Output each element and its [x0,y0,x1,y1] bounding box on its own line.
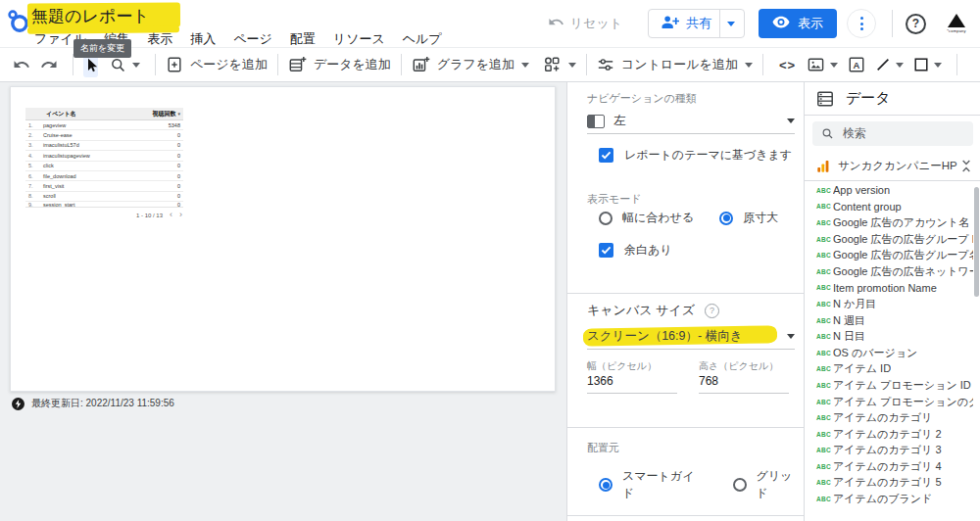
field-label: アイテムのカテゴリ 5 [833,475,942,490]
field-item[interactable]: ABC アイテム プロモーションのクリエ… [805,394,973,410]
dropdown-icon [787,334,795,339]
width-input[interactable]: 1366 [587,374,677,394]
toolbar-divider [155,54,156,75]
edit-toolbar: ページを追加 データを追加 グラフを追加 [0,47,980,82]
search-icon [821,127,834,140]
menu-item[interactable]: ページ [224,28,281,50]
dot [860,23,863,25]
grid-radio[interactable] [733,478,747,492]
sort-desc-icon: ▾ [177,111,180,117]
smart-guide-radio[interactable] [599,478,612,492]
dropdown-icon [787,118,795,123]
view-label: 表示 [798,15,823,32]
fit-width-radio[interactable] [599,212,612,225]
canvas-size-value: スクリーン（16:9）- 横向き [587,328,742,345]
share-button[interactable]: 共有 [648,9,745,38]
table-header-row: イベント名 視聴回数 ▾ [25,108,183,120]
table-row: 2. Cruise-ease 0 [25,130,183,140]
field-item[interactable]: ABC アイテム ID [805,361,973,378]
collapse-icon[interactable] [960,159,972,173]
reset-button[interactable]: リセット [548,14,622,33]
add-line-button[interactable] [875,57,904,72]
field-item[interactable]: ABC Google 広告の広告グループ名 [805,247,973,263]
field-item[interactable]: ABC アイテムのカテゴリ [805,409,973,426]
theme-based-checkbox-row[interactable]: レポートのテーマに基づきます [599,147,792,164]
field-item[interactable]: ABC アイテムのカテゴリ 3 [805,443,973,459]
zoom-tool-button[interactable] [110,57,140,73]
menu-item[interactable]: 挿入 [181,28,224,50]
report-page[interactable]: イベント名 視聴回数 ▾ 1. pageview 5348 [10,86,556,392]
report-title[interactable]: 無題のレポート [31,5,150,27]
next-page-icon[interactable]: › [179,211,182,219]
text-field-type-icon: ABC [816,236,833,243]
help-button[interactable]: ? [906,14,926,34]
more-options-button[interactable] [847,9,876,38]
add-data-button[interactable]: データを追加 [288,56,391,73]
view-button[interactable]: 表示 [759,9,837,38]
views-cell: 0 [177,202,180,208]
actual-size-radio[interactable] [719,212,733,225]
height-input[interactable]: 768 [699,374,789,394]
field-item[interactable]: ABC N か月目 [805,296,973,312]
undo-icon [548,14,564,33]
add-text-button[interactable]: A [848,56,865,73]
menu-item[interactable]: ヘルプ [394,28,451,50]
last-updated-text: 最終更新日: 2022/11/23 11:59:56 [31,397,174,410]
add-control-button[interactable]: コントロールを追加 [597,56,753,73]
field-item[interactable]: ABC Item promotion Name [805,280,973,297]
field-item[interactable]: ABC Google 広告のアカウント名 [805,214,973,231]
text-field-type-icon: ABC [816,301,833,308]
checkbox-checked-icon[interactable] [599,243,613,258]
field-label: アイテムのカテゴリ 2 [833,427,942,442]
text-field-type-icon: ABC [816,317,833,324]
nav-type-select[interactable]: 左 [587,109,795,134]
community-visualizations-button[interactable] [543,56,576,73]
undo-button[interactable] [13,56,30,73]
checkbox-checked-icon[interactable] [599,148,613,163]
account-avatar[interactable]: *company [941,14,972,33]
table-row: 5. click 0 [25,162,183,171]
menu-item[interactable]: 表示 [138,28,181,50]
field-item[interactable]: ABC アイテムのブランド [805,491,973,507]
field-item[interactable]: ABC アイテムのカテゴリ 5 [805,475,973,492]
data-panel-title: データ [846,89,891,108]
field-item[interactable]: ABC アイテムのカテゴリ 4 [805,458,973,475]
pagination-label: 1 - 10 / 13 [136,213,163,218]
add-image-button[interactable] [807,57,838,72]
height-label: 高さ（ピクセル） [699,359,778,373]
menu-item[interactable]: リソース [324,28,394,50]
add-page-button[interactable]: ページを追加 [166,56,268,73]
field-list-scrollbar[interactable] [974,187,979,297]
views-cell: 0 [177,153,180,159]
canvas-size-help-icon[interactable]: ? [705,304,719,318]
row-index: 5. [28,163,43,168]
views-cell: 0 [177,163,180,168]
embed-url-button[interactable]: <> [779,58,796,72]
margin-checkbox-row[interactable]: 余白あり [599,242,672,259]
field-search-input[interactable]: 検索 [812,121,973,146]
events-table[interactable]: イベント名 視聴回数 ▾ 1. pageview 5348 [25,108,183,222]
views-cell: 0 [177,183,180,189]
field-item[interactable]: ABC Google 広告の広告ネットワーク … [805,263,973,280]
table-row: 6. file_download 0 [25,171,183,181]
field-item[interactable]: ABC N 週目 [805,312,973,329]
field-item[interactable]: ABC アイテム プロモーション ID [805,377,973,394]
add-shape-button[interactable] [913,57,942,72]
field-item[interactable]: ABC Google 広告の広告グループ ID [805,231,973,248]
field-item[interactable]: ABC App version [805,182,973,199]
field-label: Content group [833,201,902,213]
field-item[interactable]: ABC OS のバージョン [805,345,973,361]
sliders-icon [597,56,614,73]
event-name-cell: click [43,163,54,168]
prev-page-icon[interactable]: ‹ [170,211,172,219]
data-source-row[interactable]: サンカクカンパニーHP（APP+… [805,152,980,181]
help-icon: ? [912,17,919,30]
share-dropdown-icon[interactable] [720,22,742,26]
redo-button[interactable] [40,56,58,73]
field-item[interactable]: ABC N 日目 [805,328,973,345]
field-item[interactable]: ABC アイテムのカテゴリ 2 [805,426,973,443]
field-item[interactable]: ABC Content group [805,199,973,215]
row-index: 2. [28,132,43,138]
add-chart-button[interactable]: グラフを追加 [412,56,529,73]
menu-item[interactable]: 配置 [281,28,324,50]
